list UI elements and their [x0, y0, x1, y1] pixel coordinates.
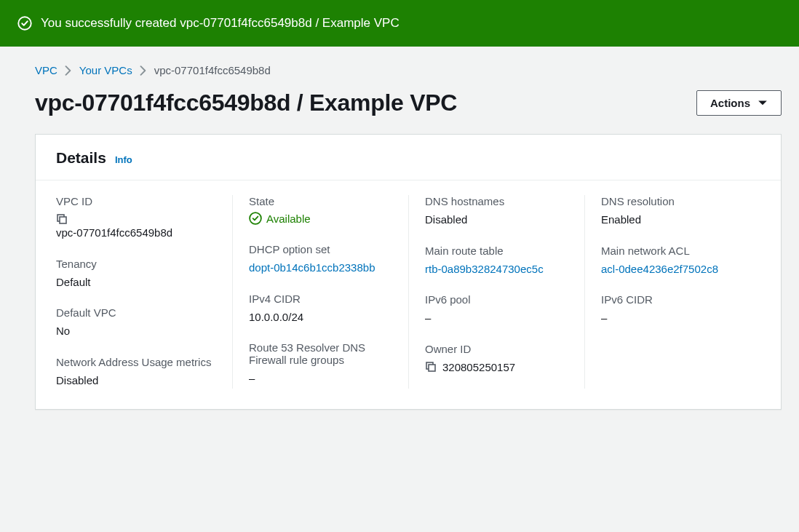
r53-label: Route 53 Resolver DNS Firewall rule grou… — [249, 341, 392, 366]
tenancy-value: Default — [56, 274, 216, 291]
vpc-id-value: vpc-07701f4fcc6549b8d — [56, 225, 216, 242]
r53-value: – — [249, 370, 392, 387]
breadcrumb-current: vpc-07701f4fcc6549b8d — [154, 64, 271, 76]
ipv6-pool-label: IPv6 pool — [425, 293, 568, 306]
state-value: Available — [249, 212, 311, 225]
dhcp-label: DHCP option set — [249, 243, 392, 255]
dns-hostnames-value: Disabled — [425, 212, 568, 229]
caret-down-icon — [758, 98, 768, 108]
actions-label: Actions — [710, 97, 750, 109]
success-banner: You successfully created vpc-07701f4fcc6… — [0, 0, 799, 47]
page-title: vpc-07701f4fcc6549b8d / Example VPC — [35, 90, 457, 116]
svg-rect-2 — [60, 217, 66, 223]
breadcrumb-vpc[interactable]: VPC — [35, 64, 57, 76]
check-circle-icon — [17, 16, 32, 31]
ipv4-cidr-label: IPv4 CIDR — [249, 293, 392, 305]
breadcrumb-your-vpcs[interactable]: Your VPCs — [79, 64, 132, 76]
vpc-id-label: VPC ID — [56, 195, 216, 207]
owner-id-value: 320805250157 — [442, 360, 515, 376]
banner-text: You successfully created vpc-07701f4fcc6… — [41, 16, 400, 31]
breadcrumb: VPC Your VPCs vpc-07701f4fcc6549b8d — [35, 64, 782, 76]
copy-icon[interactable] — [425, 361, 437, 373]
dhcp-link[interactable]: dopt-0b14c6b1ccb2338bb — [249, 260, 392, 277]
svg-rect-5 — [429, 365, 435, 371]
ipv6-cidr-value: – — [601, 310, 744, 327]
info-link[interactable]: Info — [115, 154, 132, 165]
ipv4-cidr-value: 10.0.0.0/24 — [249, 309, 392, 326]
details-panel: Details Info VPC ID vpc-07701f4fcc6549b8… — [35, 134, 782, 410]
dns-resolution-value: Enabled — [601, 212, 744, 229]
dns-resolution-label: DNS resolution — [601, 195, 744, 207]
nau-value: Disabled — [56, 373, 216, 389]
default-vpc-value: No — [56, 323, 216, 340]
nau-label: Network Address Usage metrics — [56, 356, 216, 368]
copy-icon[interactable] — [56, 213, 68, 225]
owner-id-label: Owner ID — [425, 343, 568, 355]
tenancy-label: Tenancy — [56, 258, 216, 270]
details-heading: Details — [56, 149, 106, 167]
default-vpc-label: Default VPC — [56, 306, 216, 319]
main-nacl-link[interactable]: acl-0dee4236e2f7502c8 — [601, 261, 744, 278]
ipv6-pool-value: – — [425, 310, 568, 327]
main-rtb-link[interactable]: rtb-0a89b32824730ec5c — [425, 261, 568, 278]
main-rtb-label: Main route table — [425, 245, 568, 257]
ipv6-cidr-label: IPv6 CIDR — [601, 293, 744, 306]
check-circle-icon — [249, 212, 262, 225]
chevron-right-icon — [65, 65, 72, 76]
chevron-right-icon — [140, 65, 147, 76]
actions-button[interactable]: Actions — [696, 90, 782, 116]
dns-hostnames-label: DNS hostnames — [425, 195, 568, 207]
state-label: State — [249, 195, 392, 207]
main-nacl-label: Main network ACL — [601, 245, 744, 257]
